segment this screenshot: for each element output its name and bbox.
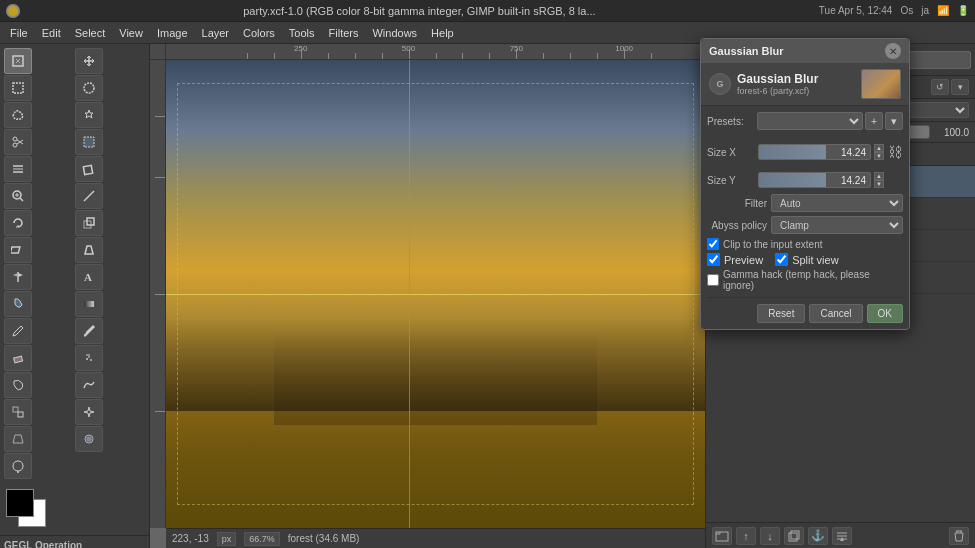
tool-move[interactable] bbox=[75, 48, 103, 74]
foreground-color-swatch[interactable] bbox=[6, 489, 34, 517]
menu-help[interactable]: Help bbox=[425, 25, 460, 41]
clip-input-checkbox[interactable] bbox=[707, 238, 719, 250]
tool-scissors-select[interactable] bbox=[4, 129, 32, 155]
color-swatches bbox=[6, 489, 56, 529]
tool-transform[interactable] bbox=[75, 156, 103, 182]
preview-row: Preview bbox=[707, 253, 763, 266]
tool-zoom[interactable] bbox=[4, 183, 32, 209]
menu-colors[interactable]: Colors bbox=[237, 25, 281, 41]
tool-measure[interactable] bbox=[75, 183, 103, 209]
filter-row: Filter Auto bbox=[707, 194, 903, 212]
tool-airbrush[interactable] bbox=[75, 345, 103, 371]
preset-add-button[interactable]: + bbox=[865, 112, 883, 130]
tool-ink[interactable] bbox=[4, 372, 32, 398]
abyss-select[interactable]: Clamp bbox=[771, 216, 903, 234]
menu-view[interactable]: View bbox=[113, 25, 149, 41]
menu-select[interactable]: Select bbox=[69, 25, 112, 41]
clip-input-label: Clip to the input extent bbox=[723, 239, 823, 250]
size-x-up[interactable]: ▲ bbox=[874, 144, 884, 152]
filter-select[interactable]: Auto bbox=[771, 194, 903, 212]
paths-menu[interactable]: ▾ bbox=[951, 79, 969, 95]
menu-file[interactable]: File bbox=[4, 25, 34, 41]
size-y-up[interactable]: ▲ bbox=[874, 172, 884, 180]
os-label: Os bbox=[900, 5, 913, 16]
tool-blur[interactable] bbox=[75, 426, 103, 452]
cancel-button[interactable]: Cancel bbox=[809, 304, 862, 323]
tool-bucket-fill[interactable] bbox=[4, 291, 32, 317]
tool-free-select[interactable] bbox=[4, 102, 32, 128]
size-y-slider[interactable]: 14.24 bbox=[758, 172, 871, 188]
tool-align[interactable] bbox=[4, 156, 32, 182]
anchor-layer-button[interactable]: ⚓ bbox=[808, 527, 828, 545]
presets-row: Presets: + ▾ bbox=[707, 112, 903, 130]
tool-ellipse-select[interactable] bbox=[75, 75, 103, 101]
tool-fuzzy-select[interactable] bbox=[75, 102, 103, 128]
menu-windows[interactable]: Windows bbox=[366, 25, 423, 41]
duplicate-layer-button[interactable] bbox=[784, 527, 804, 545]
dialog-header: G Gaussian Blur forest-6 (party.xcf) bbox=[701, 63, 909, 106]
svg-point-30 bbox=[90, 359, 92, 361]
zoom-level[interactable]: 66.7% bbox=[244, 532, 280, 546]
menu-edit[interactable]: Edit bbox=[36, 25, 67, 41]
delete-layer-button[interactable] bbox=[949, 527, 969, 545]
tool-eraser[interactable] bbox=[4, 345, 32, 371]
preview-checkbox[interactable] bbox=[707, 253, 720, 266]
svg-marker-22 bbox=[85, 246, 93, 254]
tool-heal[interactable] bbox=[75, 399, 103, 425]
tool-dodge-burn[interactable] bbox=[4, 453, 32, 479]
svg-point-29 bbox=[88, 356, 90, 358]
size-y-row: Size Y 14.24 ▲ ▼ bbox=[707, 172, 903, 188]
dialog-titlebar: Gaussian Blur ✕ bbox=[701, 39, 909, 63]
ok-button[interactable]: OK bbox=[867, 304, 903, 323]
svg-rect-55 bbox=[716, 532, 728, 541]
tool-perspective[interactable] bbox=[75, 237, 103, 263]
tool-rotate[interactable] bbox=[4, 210, 32, 236]
gaussian-blur-dialog: Gaussian Blur ✕ G Gaussian Blur forest-6… bbox=[700, 38, 910, 330]
size-y-down[interactable]: ▼ bbox=[874, 180, 884, 188]
split-view-checkbox[interactable] bbox=[775, 253, 788, 266]
size-x-down[interactable]: ▼ bbox=[874, 152, 884, 160]
menu-tools[interactable]: Tools bbox=[283, 25, 321, 41]
gamma-hack-checkbox[interactable] bbox=[707, 274, 719, 286]
tool-blend[interactable] bbox=[75, 291, 103, 317]
tool-perspective-clone[interactable] bbox=[4, 426, 32, 452]
new-layer-group-button[interactable] bbox=[712, 527, 732, 545]
size-x-slider[interactable]: 14.24 bbox=[758, 144, 871, 160]
tool-shear[interactable] bbox=[4, 237, 32, 263]
tool-text[interactable]: A bbox=[75, 264, 103, 290]
dialog-plugin-name: Gaussian Blur bbox=[737, 72, 855, 86]
raise-layer-button[interactable]: ↑ bbox=[736, 527, 756, 545]
svg-marker-33 bbox=[13, 435, 23, 443]
canvas-content bbox=[166, 60, 705, 528]
tool-paint-select[interactable] bbox=[4, 48, 32, 74]
preset-menu-button[interactable]: ▾ bbox=[885, 112, 903, 130]
paths-actions: ↺ ▾ bbox=[931, 79, 969, 95]
dialog-header-info: Gaussian Blur forest-6 (party.xcf) bbox=[737, 72, 855, 96]
canvas-area[interactable]: 250 500 750 1000 bbox=[150, 44, 705, 548]
tool-flip[interactable] bbox=[4, 264, 32, 290]
tool-pencil[interactable] bbox=[4, 318, 32, 344]
tool-rect-select[interactable] bbox=[4, 75, 32, 101]
dialog-close-button[interactable]: ✕ bbox=[885, 43, 901, 59]
svg-rect-57 bbox=[791, 531, 799, 539]
opacity-value: 100.0 bbox=[934, 127, 969, 138]
tool-foreground-select[interactable] bbox=[75, 129, 103, 155]
canvas-border bbox=[177, 83, 694, 504]
tool-paintbrush[interactable] bbox=[75, 318, 103, 344]
size-x-row: Size X 14.24 ▲ ▼ ⛓ bbox=[707, 136, 903, 168]
menu-filters[interactable]: Filters bbox=[323, 25, 365, 41]
reset-button[interactable]: Reset bbox=[757, 304, 805, 323]
tool-mypaint[interactable] bbox=[75, 372, 103, 398]
presets-select[interactable] bbox=[757, 112, 863, 130]
menu-image[interactable]: Image bbox=[151, 25, 194, 41]
tool-clone[interactable] bbox=[4, 399, 32, 425]
dialog-buttons: Reset Cancel OK bbox=[707, 297, 903, 323]
unit-selector[interactable]: px bbox=[217, 532, 237, 546]
merge-visible-button[interactable] bbox=[832, 527, 852, 545]
left-toolbar: A GEGL Operation bbox=[0, 44, 150, 548]
lower-layer-button[interactable]: ↓ bbox=[760, 527, 780, 545]
menu-layer[interactable]: Layer bbox=[196, 25, 236, 41]
tool-scale[interactable] bbox=[75, 210, 103, 236]
paths-refresh[interactable]: ↺ bbox=[931, 79, 949, 95]
chain-link-icon[interactable]: ⛓ bbox=[887, 136, 903, 168]
